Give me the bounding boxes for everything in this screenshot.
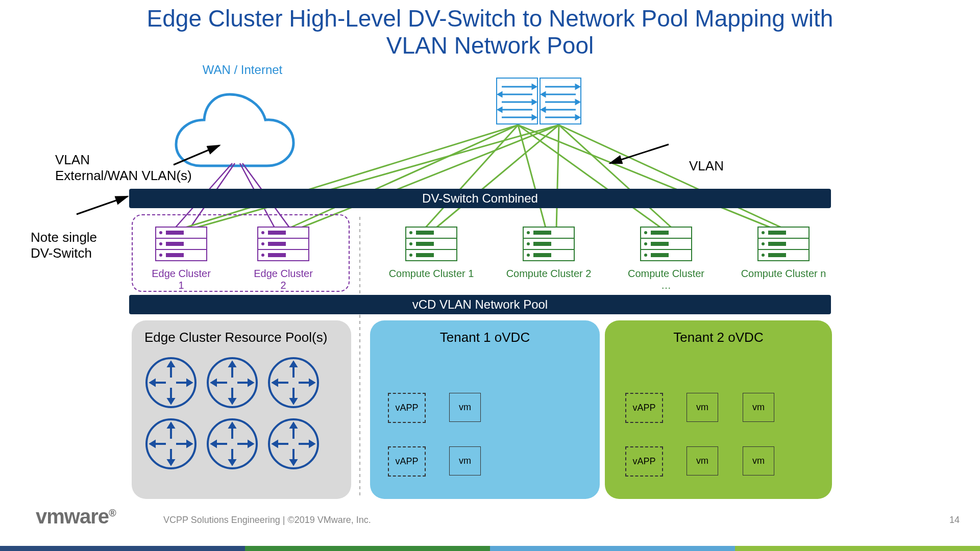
tenant2-vm3: vm <box>687 446 718 475</box>
svg-rect-58 <box>406 249 457 261</box>
svg-marker-18 <box>532 85 536 89</box>
svg-point-81 <box>644 254 647 257</box>
svg-rect-57 <box>406 238 457 249</box>
label-compute1: Compute Cluster 1 <box>388 268 475 280</box>
svg-point-77 <box>644 231 647 234</box>
tenant2-vm4: vm <box>743 446 774 475</box>
svg-line-7 <box>518 125 546 230</box>
svg-point-63 <box>409 254 412 257</box>
arrow-note <box>77 196 128 214</box>
edge-pool-title: Edge Cluster Resource Pool(s) <box>144 330 327 345</box>
wan-label: WAN / Internet <box>203 63 283 77</box>
label-compute3: Compute Cluster … <box>623 268 709 291</box>
switch-icon-right <box>540 78 581 124</box>
svg-point-72 <box>527 254 530 257</box>
svg-rect-67 <box>523 249 574 261</box>
label-edge2: Edge Cluster 2 <box>250 268 316 291</box>
svg-rect-66 <box>523 238 574 249</box>
title-line2: VLAN Network Pool <box>386 32 594 59</box>
svg-line-8 <box>518 125 664 230</box>
svg-rect-87 <box>768 231 786 235</box>
label-edge1: Edge Cluster 1 <box>148 268 214 291</box>
svg-point-88 <box>762 242 765 245</box>
tenant2-title: Tenant 2 oVDC <box>605 330 832 345</box>
arrow-vlan-right <box>610 144 669 163</box>
svg-marker-37 <box>576 115 579 119</box>
vcd-pool-bar-label: vCD VLAN Network Pool <box>412 297 548 312</box>
svg-marker-29 <box>576 85 579 89</box>
svg-point-70 <box>527 242 530 245</box>
svg-marker-20 <box>498 92 502 96</box>
svg-rect-65 <box>523 227 574 238</box>
svg-marker-24 <box>498 108 502 112</box>
svg-point-90 <box>762 254 765 257</box>
svg-marker-33 <box>576 100 579 104</box>
svg-point-61 <box>409 242 412 245</box>
cloud-icon <box>176 94 293 166</box>
annot-vlan-ext: VLAN External/WAN VLAN(s) <box>55 152 192 184</box>
dvswitch-bar: DV-Switch Combined <box>129 189 831 208</box>
svg-rect-74 <box>641 227 692 238</box>
label-compute2: Compute Cluster 2 <box>505 268 592 280</box>
tenant1-vapp1: vAPP <box>388 393 426 423</box>
svg-rect-73 <box>533 253 551 257</box>
svg-rect-85 <box>758 249 809 261</box>
svg-marker-22 <box>532 100 536 104</box>
svg-line-15 <box>559 125 786 230</box>
annot-vlan-ext-line2: External/WAN VLAN(s) <box>55 168 192 183</box>
tenant2-vm1: vm <box>687 393 718 422</box>
slide-title: Edge Cluster High-Level DV-Switch to Net… <box>0 5 980 59</box>
svg-rect-56 <box>406 227 457 238</box>
svg-point-79 <box>644 242 647 245</box>
svg-line-12 <box>434 125 559 230</box>
svg-marker-26 <box>532 115 536 119</box>
server-compute3 <box>638 224 694 265</box>
svg-rect-75 <box>641 238 692 249</box>
svg-rect-91 <box>768 253 786 257</box>
vmware-logo: vmware® <box>36 505 116 528</box>
svg-point-59 <box>409 231 412 234</box>
page-number: 14 <box>949 515 960 525</box>
tenant1-vm1: vm <box>449 393 481 422</box>
annot-vlan-right: VLAN <box>689 158 724 174</box>
tenant2-vapp1: vAPP <box>625 393 663 423</box>
svg-line-13 <box>556 125 559 230</box>
tenant1-vm2: vm <box>449 446 481 475</box>
annot-note-line2: DV-Switch <box>31 245 92 261</box>
svg-rect-71 <box>533 242 551 246</box>
tenant2-vm2: vm <box>743 393 774 422</box>
tenant1-vapp2: vAPP <box>388 446 426 477</box>
svg-line-14 <box>559 125 674 230</box>
svg-marker-31 <box>542 92 545 96</box>
server-compute2 <box>521 224 577 265</box>
svg-rect-76 <box>641 249 692 261</box>
svg-rect-89 <box>768 242 786 246</box>
svg-rect-84 <box>758 238 809 249</box>
label-compute4: Compute Cluster n <box>740 268 827 280</box>
dvswitch-bar-label: DV-Switch Combined <box>422 191 538 206</box>
svg-point-86 <box>762 231 765 234</box>
server-compute4 <box>755 224 812 265</box>
tenant1-title: Tenant 1 oVDC <box>370 330 600 345</box>
annot-note-line1: Note single <box>31 230 97 245</box>
edge-pool-panel: Edge Cluster Resource Pool(s) <box>132 320 351 499</box>
annot-note: Note single DV-Switch <box>31 230 97 261</box>
footer-text: VCPP Solutions Engineering | ©2019 VMwar… <box>163 515 371 525</box>
svg-rect-78 <box>651 231 669 235</box>
svg-point-68 <box>527 231 530 234</box>
svg-line-9 <box>518 125 776 230</box>
vmware-logo-text: vmware <box>36 505 109 528</box>
title-line1: Edge Cluster High-Level DV-Switch to Net… <box>147 5 834 32</box>
svg-line-6 <box>424 125 518 230</box>
svg-rect-60 <box>416 231 434 235</box>
svg-rect-80 <box>651 242 669 246</box>
switch-icon-left <box>497 78 537 124</box>
svg-rect-83 <box>758 227 809 238</box>
vcd-pool-bar: vCD VLAN Network Pool <box>129 295 831 314</box>
svg-marker-35 <box>542 108 545 112</box>
svg-rect-82 <box>651 253 669 257</box>
svg-rect-62 <box>416 242 434 246</box>
svg-rect-64 <box>416 253 434 257</box>
server-compute1 <box>403 224 459 265</box>
svg-rect-27 <box>540 78 581 124</box>
